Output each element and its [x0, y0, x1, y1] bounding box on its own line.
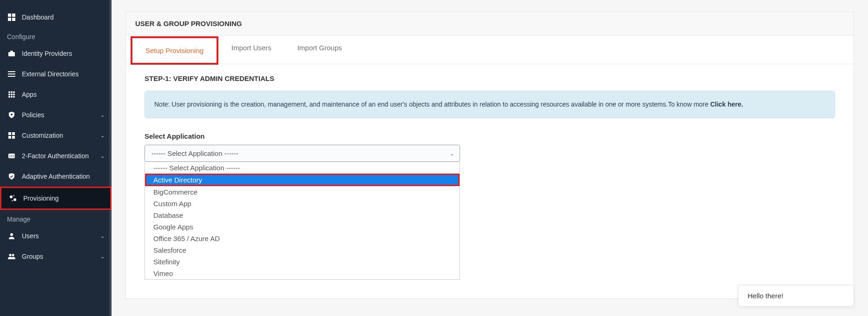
svg-rect-2 — [8, 18, 11, 21]
sidebar-item-apps[interactable]: Apps — [0, 84, 112, 105]
svg-rect-6 — [8, 71, 15, 72]
grid-icon — [7, 90, 16, 99]
dashboard-icon — [7, 13, 16, 22]
sidebar-section-manage: Manage — [0, 210, 112, 226]
dropdown-option[interactable]: Office 365 / Azure AD — [145, 233, 460, 244]
svg-point-28 — [9, 254, 12, 256]
sidebar-item-dashboard[interactable]: Dashboard — [0, 7, 112, 27]
sidebar: Dashboard Configure Identity Providers E… — [0, 0, 112, 316]
svg-point-11 — [13, 91, 15, 93]
select-value: ------ Select Application ------ — [151, 149, 238, 157]
sidebar-section-configure: Configure — [0, 27, 112, 43]
svg-point-27 — [10, 233, 13, 236]
dropdown-option[interactable]: Sitefinity — [145, 256, 460, 268]
sidebar-item-policies[interactable]: Policies ⌄ — [0, 105, 112, 125]
sidebar-item-2fa[interactable]: 123 2-Factor Authentication ⌄ — [0, 146, 112, 166]
chevron-down-icon: ⌄ — [100, 153, 105, 159]
svg-rect-7 — [8, 74, 15, 74]
sidebar-label: Dashboard — [22, 13, 105, 21]
svg-text:123: 123 — [9, 155, 14, 158]
sidebar-label: Groups — [22, 253, 100, 260]
svg-rect-3 — [12, 18, 15, 21]
sidebar-item-users[interactable]: Users ⌄ — [0, 226, 112, 246]
dropdown-option[interactable]: Google Apps — [145, 221, 460, 233]
briefcase-icon — [7, 49, 16, 58]
sync-users-icon — [8, 194, 18, 203]
sidebar-item-groups[interactable]: Groups ⌄ — [0, 246, 112, 267]
svg-rect-0 — [8, 13, 11, 17]
dropdown-option[interactable]: ------ Select Application ------ — [145, 162, 460, 174]
info-box: Note: User provisioning is the creation,… — [145, 91, 835, 118]
panel-body: STEP-1: VERIFY ADMIN CREDENTIALS Note: U… — [126, 64, 854, 298]
info-text: Note: User provisioning is the creation,… — [154, 101, 710, 108]
user-icon — [7, 231, 16, 241]
chat-bubble[interactable]: Hello there! — [738, 285, 854, 307]
svg-point-10 — [11, 91, 13, 93]
select-dropdown: ------ Select Application ------ Active … — [145, 162, 460, 280]
svg-point-9 — [8, 91, 10, 93]
chevron-down-icon: ⌄ — [100, 254, 105, 260]
sidebar-item-identity-providers[interactable]: Identity Providers — [0, 43, 112, 64]
info-link[interactable]: Click here. — [710, 101, 743, 108]
tab-import-groups[interactable]: Import Groups — [284, 35, 355, 64]
panel-title: USER & GROUP PROVISIONING — [126, 12, 854, 35]
svg-rect-8 — [8, 76, 15, 77]
users-icon — [7, 252, 16, 261]
dropdown-option[interactable]: Custom App — [145, 198, 460, 209]
svg-rect-4 — [8, 52, 15, 56]
shield-check-icon — [7, 172, 16, 181]
main-content: USER & GROUP PROVISIONING Setup Provisio… — [112, 0, 868, 316]
svg-point-13 — [11, 94, 13, 95]
sidebar-item-provisioning[interactable]: Provisioning — [0, 187, 112, 210]
svg-rect-19 — [8, 132, 11, 135]
svg-point-25 — [10, 195, 13, 198]
svg-point-12 — [8, 94, 10, 95]
svg-point-29 — [12, 254, 14, 256]
sidebar-label: Apps — [22, 91, 105, 98]
panel: USER & GROUP PROVISIONING Setup Provisio… — [125, 12, 854, 299]
sidebar-label: Users — [22, 232, 100, 240]
dropdown-option[interactable]: Database — [145, 209, 460, 221]
svg-rect-20 — [12, 132, 15, 135]
number-icon: 123 — [7, 151, 16, 161]
svg-point-14 — [13, 94, 15, 95]
svg-rect-1 — [12, 13, 15, 17]
chevron-down-icon: ⌄ — [100, 133, 105, 139]
list-icon — [7, 69, 16, 79]
sidebar-item-adaptive-auth[interactable]: Adaptive Authentication — [0, 166, 112, 187]
tab-import-users[interactable]: Import Users — [218, 35, 284, 64]
dropdown-option[interactable]: Salesforce — [145, 244, 460, 256]
svg-point-18 — [11, 114, 13, 115]
sidebar-item-customization[interactable]: Customization ⌄ — [0, 125, 112, 146]
svg-rect-21 — [8, 136, 11, 139]
svg-point-26 — [13, 198, 16, 201]
sidebar-label: Identity Providers — [22, 50, 105, 57]
chevron-down-icon: ⌄ — [100, 112, 105, 118]
sidebar-label: Adaptive Authentication — [22, 173, 105, 180]
sidebar-label: Policies — [22, 111, 100, 119]
sidebar-item-external-directories[interactable]: External Directories — [0, 64, 112, 84]
shield-icon — [7, 110, 16, 120]
svg-point-17 — [13, 96, 15, 98]
svg-rect-5 — [10, 51, 13, 52]
step-title: STEP-1: VERIFY ADMIN CREDENTIALS — [145, 74, 835, 82]
svg-point-15 — [8, 96, 10, 98]
select-application[interactable]: ------ Select Application ------ ⌄ — [145, 145, 460, 162]
svg-point-16 — [11, 96, 13, 98]
sidebar-label: 2-Factor Authentication — [22, 152, 100, 160]
chevron-down-icon: ⌄ — [100, 233, 105, 239]
select-application-label: Select Application — [145, 132, 835, 140]
tab-setup-provisioning[interactable]: Setup Provisioning — [131, 36, 218, 65]
chat-text: Hello there! — [748, 292, 783, 300]
sidebar-label: External Directories — [22, 70, 105, 78]
sidebar-label: Customization — [22, 132, 100, 139]
svg-rect-22 — [12, 136, 15, 139]
tabs: Setup Provisioning Import Users Import G… — [126, 35, 854, 64]
sidebar-label: Provisioning — [23, 195, 103, 202]
chevron-down-icon: ⌄ — [450, 150, 454, 156]
dropdown-option[interactable]: BigCommerce — [145, 186, 460, 198]
puzzle-icon — [7, 131, 16, 140]
dropdown-option-active-directory[interactable]: Active Directory — [145, 174, 460, 186]
dropdown-option[interactable]: Vimeo — [145, 268, 460, 279]
